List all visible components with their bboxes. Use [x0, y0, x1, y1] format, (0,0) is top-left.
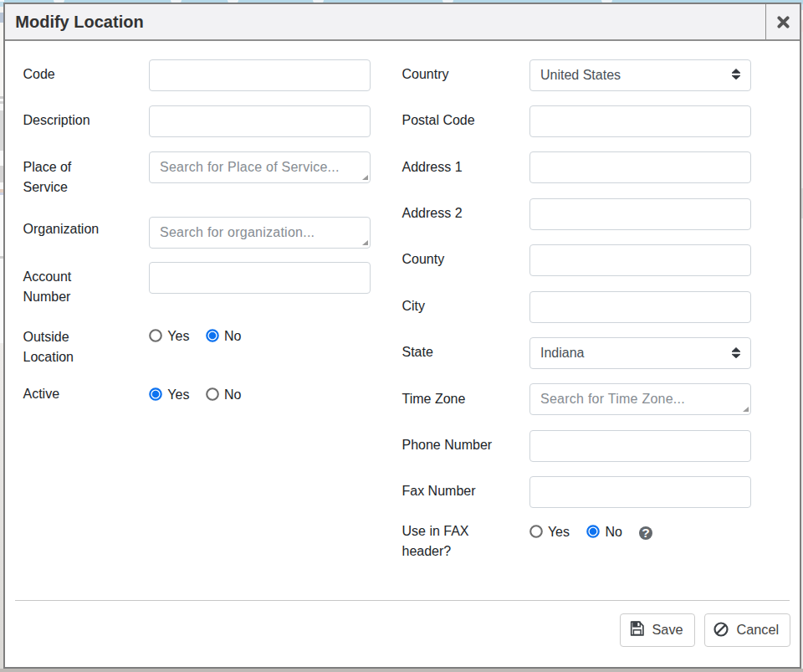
svg-text:?: ?: [642, 526, 649, 540]
